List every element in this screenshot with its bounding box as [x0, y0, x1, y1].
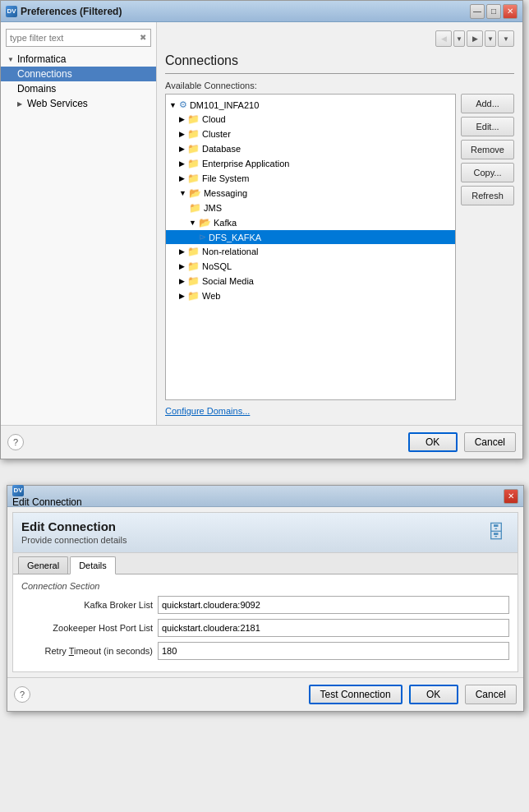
add-button[interactable]: Add...	[461, 94, 514, 113]
conn-item-dfs-kafka[interactable]: ⊳ DFS_KAFKA	[166, 230, 455, 244]
edit-conn-cancel-button[interactable]: Cancel	[465, 685, 517, 704]
conn-item-label: Cluster	[202, 129, 231, 139]
conn-item-socialmedia[interactable]: ▶ 📁 Social Media	[166, 274, 455, 288]
conn-item-label: DFS_KAFKA	[209, 233, 261, 242]
folder-icon: 📁	[187, 173, 200, 184]
expand-icon: ▶	[179, 262, 185, 270]
copy-button[interactable]: Copy...	[461, 163, 514, 182]
conn-item-label: Enterprise Application	[202, 159, 289, 168]
tabs-row: General Details	[13, 553, 518, 574]
expand-icon: ▶	[179, 115, 185, 123]
retry-timeout-label: Retry Timeout (in seconds)	[21, 646, 153, 656]
connection-icon: ⚙	[179, 99, 187, 110]
conn-item-label: File System	[202, 173, 249, 183]
expand-icon: ▶	[179, 277, 185, 285]
underline-t: T	[69, 646, 74, 656]
maximize-button[interactable]: □	[486, 4, 501, 19]
edit-conn-dialog-title: Edit Connection	[12, 496, 82, 508]
conn-item-kafka[interactable]: ▼ 📂 Kafka	[166, 215, 455, 230]
form-row-kafka-broker: Kafka Broker List	[21, 596, 509, 614]
right-panel: ◀ ▼ ▶ ▼ ▼ Connections Available Connecti…	[157, 22, 522, 425]
cancel-button[interactable]: Cancel	[464, 432, 516, 452]
folder-icon: 📁	[187, 275, 200, 287]
zookeeper-input[interactable]	[158, 619, 509, 637]
tab-general[interactable]: General	[18, 556, 68, 574]
expand-icon: ▼	[179, 189, 186, 197]
left-panel: ✖ ▼ Informatica Connections Domains ▶ We…	[1, 22, 157, 425]
conn-item-web[interactable]: ▶ 📁 Web	[166, 288, 455, 303]
configure-domains-link[interactable]: Configure Domains...	[165, 406, 250, 416]
back-dropdown[interactable]: ▼	[453, 30, 465, 47]
folder-icon: 📁	[187, 158, 200, 169]
retry-timeout-input[interactable]	[158, 642, 509, 660]
folder-icon: 📁	[187, 261, 200, 272]
forward-dropdown[interactable]: ▼	[485, 30, 496, 47]
edit-button[interactable]: Edit...	[461, 117, 514, 136]
edit-conn-header: Edit Connection Provide connection detai…	[13, 513, 518, 553]
connection-buttons: Add... Edit... Remove Copy... Refresh	[461, 94, 514, 400]
help-button[interactable]: ?	[7, 434, 24, 450]
conn-item-cluster[interactable]: ▶ 📁 Cluster	[166, 127, 455, 141]
expand-icon: ▶	[179, 145, 185, 153]
edit-conn-close-button[interactable]: ✕	[504, 489, 518, 504]
forward-button[interactable]: ▶	[467, 30, 483, 47]
conn-item-enterprise[interactable]: ▶ 📁 Enterprise Application	[166, 156, 455, 171]
conn-item-label: NoSQL	[202, 261, 232, 271]
folder-icon: 📁	[187, 290, 200, 302]
conn-item-messaging[interactable]: ▼ 📂 Messaging	[166, 186, 455, 201]
tree-item-webservices[interactable]: ▶ Web Services	[1, 96, 156, 111]
preferences-content: ✖ ▼ Informatica Connections Domains ▶ We…	[1, 22, 522, 425]
tree-item-label: Domains	[17, 83, 56, 95]
back-button[interactable]: ◀	[435, 30, 452, 47]
conn-item-nonrelational[interactable]: ▶ 📁 Non-relational	[166, 244, 455, 259]
conn-item-jms[interactable]: 📁 JMS	[166, 201, 455, 215]
conn-item-label: Cloud	[202, 114, 226, 124]
expand-icon: ▶	[179, 174, 185, 182]
tree-item-connections[interactable]: Connections	[1, 67, 156, 81]
edit-connection-dialog: DV Edit Connection ✕ Edit Connection Pro…	[7, 485, 524, 712]
folder-icon: 📂	[199, 217, 211, 228]
conn-item-dm101[interactable]: ▼ ⚙ DM101_INFA210	[166, 98, 455, 112]
folder-icon: 📁	[187, 128, 200, 140]
conn-item-filesystem[interactable]: ▶ 📁 File System	[166, 171, 455, 186]
preferences-dialog-icon: DV	[6, 6, 17, 17]
preferences-dialog: DV Preferences (Filtered) — □ ✕ ✖ ▼ Info…	[0, 0, 523, 459]
kafka-broker-input[interactable]	[158, 596, 509, 614]
conn-item-label: Social Media	[202, 276, 254, 286]
ok-button[interactable]: OK	[408, 432, 458, 452]
refresh-button[interactable]: Refresh	[461, 186, 514, 205]
edit-conn-help-button[interactable]: ?	[14, 686, 30, 703]
connections-title: Connections	[165, 53, 514, 74]
connection-tree[interactable]: ▼ ⚙ DM101_INFA210 ▶ 📁 Cloud ▶ 📁 Cl	[165, 94, 456, 400]
expand-arrow: ▶	[17, 100, 24, 108]
configure-link-container: Configure Domains...	[165, 405, 514, 417]
conn-item-nosql[interactable]: ▶ 📁 NoSQL	[166, 259, 455, 274]
database-big-icon: 🗄	[483, 519, 509, 546]
test-connection-button[interactable]: Test Connection	[309, 685, 402, 704]
filter-clear-icon[interactable]: ✖	[137, 31, 149, 43]
expand-icon: ▼	[189, 219, 196, 227]
tree-item-domains[interactable]: Domains	[1, 81, 156, 96]
menu-dropdown[interactable]: ▼	[498, 30, 514, 47]
tree-item-label: Web Services	[27, 98, 88, 109]
filter-input[interactable]	[6, 29, 151, 47]
preferences-dialog-title: Preferences (Filtered)	[21, 6, 122, 17]
folder-icon: 📁	[187, 143, 200, 155]
conn-item-cloud[interactable]: ▶ 📁 Cloud	[166, 112, 455, 127]
available-label: Available Connections:	[165, 81, 514, 90]
folder-icon: 📁	[187, 246, 200, 257]
form-row-retry: Retry Timeout (in seconds)	[21, 642, 509, 660]
tab-details[interactable]: Details	[70, 556, 116, 574]
close-button[interactable]: ✕	[503, 4, 518, 19]
edit-conn-ok-button[interactable]: OK	[409, 685, 458, 704]
minimize-button[interactable]: —	[470, 4, 485, 19]
nav-arrows: ◀ ▼ ▶ ▼ ▼	[165, 30, 514, 47]
connection-icon: ⊳	[199, 232, 206, 242]
conn-item-label: Web	[202, 291, 220, 301]
conn-item-database[interactable]: ▶ 📁 Database	[166, 141, 455, 156]
remove-button[interactable]: Remove	[461, 140, 514, 159]
tree-item-informatica[interactable]: ▼ Informatica	[1, 52, 156, 67]
tree-item-label: Informatica	[17, 53, 66, 65]
edit-conn-titlebar: DV Edit Connection ✕	[7, 486, 523, 507]
conn-item-label: Messaging	[204, 188, 247, 198]
